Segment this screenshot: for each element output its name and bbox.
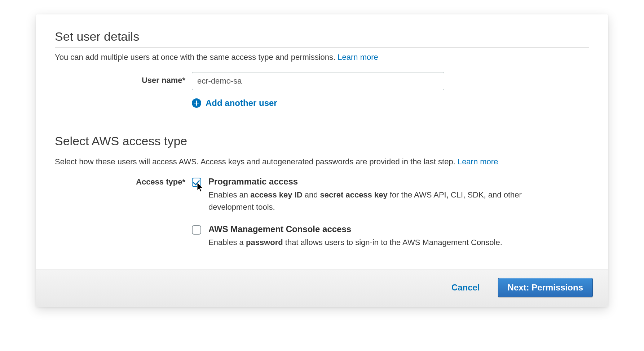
access-type-options: Programmatic access Enables an access ke…	[192, 177, 589, 259]
programmatic-access-title: Programmatic access	[208, 177, 589, 187]
programmatic-access-desc: Enables an access key ID and secret acce…	[208, 189, 533, 213]
add-user-card: Set user details You can add multiple us…	[36, 14, 608, 307]
add-another-user-label: Add another user	[206, 98, 277, 108]
console-access-title: AWS Management Console access	[208, 224, 589, 234]
section-title-access-type: Select AWS access type	[55, 134, 589, 148]
access-type-label: Access type*	[55, 177, 192, 187]
plus-circle-icon	[192, 98, 201, 108]
console-access-desc: Enables a password that allows users to …	[208, 236, 533, 249]
cancel-button[interactable]: Cancel	[449, 279, 483, 296]
access-type-row: Access type* Programmatic access Enables…	[55, 177, 589, 259]
console-access-checkbox[interactable]	[192, 225, 201, 235]
learn-more-link-user-details[interactable]: Learn more	[338, 53, 378, 62]
user-name-input[interactable]	[192, 72, 444, 90]
section-desc-text: You can add multiple users at once with …	[55, 53, 338, 62]
section-divider	[55, 152, 589, 152]
user-name-row: User name* Add another user	[55, 72, 589, 108]
section-divider	[55, 47, 589, 48]
user-name-label: User name*	[55, 72, 192, 85]
access-option-programmatic: Programmatic access Enables an access ke…	[192, 177, 589, 213]
section-desc-access-type: Select how these users will access AWS. …	[55, 157, 589, 166]
learn-more-link-access-type[interactable]: Learn more	[458, 157, 498, 166]
wizard-footer: Cancel Next: Permissions	[36, 270, 608, 307]
section-title-user-details: Set user details	[55, 30, 589, 44]
add-another-user-button[interactable]: Add another user	[192, 98, 462, 108]
section-desc-user-details: You can add multiple users at once with …	[55, 53, 589, 62]
next-permissions-button[interactable]: Next: Permissions	[498, 278, 593, 297]
access-option-console: AWS Management Console access Enables a …	[192, 224, 589, 249]
programmatic-access-checkbox[interactable]	[192, 178, 201, 187]
section-desc-text: Select how these users will access AWS. …	[55, 157, 458, 166]
